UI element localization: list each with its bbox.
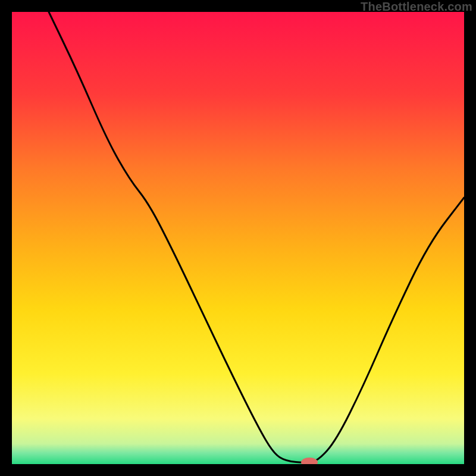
chart-frame: TheBottleneck.com [0, 0, 476, 476]
bottleneck-chart [12, 12, 464, 464]
gradient-background [12, 12, 464, 464]
plot-area [12, 12, 464, 464]
